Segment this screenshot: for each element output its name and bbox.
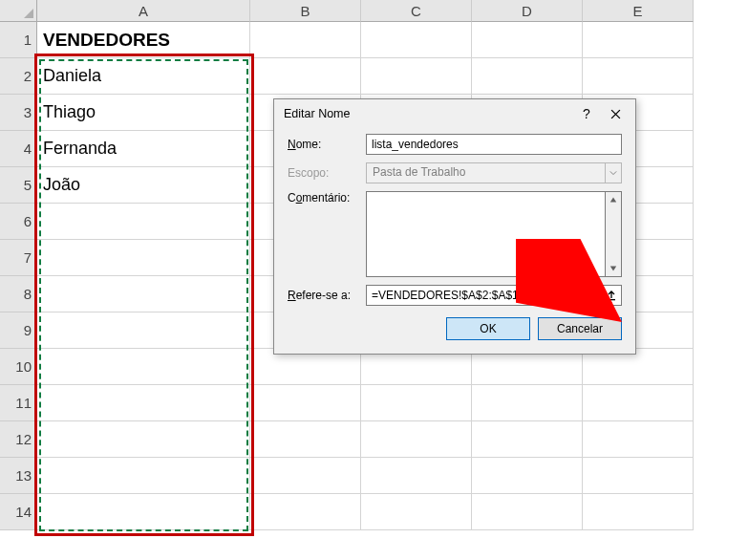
- cell-E11[interactable]: [583, 385, 694, 421]
- cell-E1[interactable]: [583, 22, 694, 58]
- svg-rect-0: [608, 299, 615, 300]
- cell-A5[interactable]: João: [37, 167, 250, 204]
- refers-to-input[interactable]: [366, 285, 598, 306]
- dialog-help-button[interactable]: ?: [572, 102, 601, 125]
- row-header-2[interactable]: 2: [0, 58, 37, 95]
- cell-C14[interactable]: [361, 494, 472, 530]
- cell-C11[interactable]: [361, 385, 472, 421]
- cell-A13[interactable]: [37, 458, 250, 494]
- row-header-9[interactable]: 9: [0, 312, 37, 349]
- row-header-12[interactable]: 12: [0, 421, 37, 458]
- cell-D11[interactable]: [472, 385, 583, 421]
- cell-A14[interactable]: [37, 494, 250, 530]
- cell-A7[interactable]: [37, 240, 250, 276]
- cell-C2[interactable]: [361, 58, 472, 95]
- scope-label: Escopo:: [288, 166, 366, 180]
- cell-E12[interactable]: [583, 421, 694, 458]
- row-header-7[interactable]: 7: [0, 240, 37, 276]
- row-header-13[interactable]: 13: [0, 458, 37, 494]
- cell-D1[interactable]: [472, 22, 583, 58]
- edit-name-dialog: Editar Nome ? Nome: Escopo: Pasta de Tra…: [273, 98, 636, 355]
- cell-B11[interactable]: [250, 385, 361, 421]
- row-header-3[interactable]: 3: [0, 95, 37, 131]
- column-header-D[interactable]: D: [472, 0, 583, 22]
- row-header-14[interactable]: 14: [0, 494, 37, 530]
- name-input[interactable]: [366, 134, 622, 155]
- column-header-E[interactable]: E: [583, 0, 694, 22]
- cell-A1[interactable]: VENDEDORES: [37, 22, 250, 58]
- row-header-6[interactable]: 6: [0, 204, 37, 240]
- scroll-down-icon: [609, 265, 617, 272]
- select-all-corner[interactable]: [0, 0, 37, 22]
- ok-button[interactable]: OK: [446, 317, 530, 340]
- cell-D14[interactable]: [472, 494, 583, 530]
- scroll-up-icon: [609, 196, 617, 204]
- cell-D2[interactable]: [472, 58, 583, 95]
- cell-A10[interactable]: [37, 349, 250, 385]
- cell-E2[interactable]: [583, 58, 694, 95]
- row-header-1[interactable]: 1: [0, 22, 37, 58]
- cell-D12[interactable]: [472, 421, 583, 458]
- row-header-8[interactable]: 8: [0, 276, 37, 312]
- cell-C13[interactable]: [361, 458, 472, 494]
- comment-label: Comentário:: [288, 191, 366, 205]
- cell-D13[interactable]: [472, 458, 583, 494]
- name-label: Nome:: [288, 138, 366, 151]
- cell-C1[interactable]: [361, 22, 472, 58]
- collapse-icon: [606, 290, 617, 301]
- cell-B13[interactable]: [250, 458, 361, 494]
- cell-A3[interactable]: Thiago: [37, 95, 250, 131]
- cell-C12[interactable]: [361, 421, 472, 458]
- row-header-11[interactable]: 11: [0, 385, 37, 421]
- refers-to-label: Refere-se a:: [288, 289, 366, 302]
- cell-B14[interactable]: [250, 494, 361, 530]
- row-header-10[interactable]: 10: [0, 349, 37, 385]
- dialog-close-button[interactable]: [601, 102, 630, 125]
- scope-combo-value: Pasta de Trabalho: [366, 162, 605, 183]
- comment-textarea[interactable]: [366, 191, 606, 277]
- column-header-A[interactable]: A: [37, 0, 250, 22]
- row-header-4[interactable]: 4: [0, 131, 37, 167]
- chevron-down-icon: [609, 169, 617, 177]
- cell-A2[interactable]: Daniela: [37, 58, 250, 95]
- comment-scrollbar[interactable]: [606, 191, 622, 277]
- cancel-button[interactable]: Cancelar: [538, 317, 622, 340]
- column-header-B[interactable]: B: [250, 0, 361, 22]
- cell-B1[interactable]: [250, 22, 361, 58]
- close-icon: [610, 109, 621, 119]
- cell-E13[interactable]: [583, 458, 694, 494]
- cell-B12[interactable]: [250, 421, 361, 458]
- cell-A9[interactable]: [37, 312, 250, 349]
- scope-combo-button: [605, 162, 622, 183]
- cell-E14[interactable]: [583, 494, 694, 530]
- column-header-C[interactable]: C: [361, 0, 472, 22]
- dialog-title: Editar Nome: [284, 107, 572, 120]
- collapse-dialog-button[interactable]: [601, 285, 622, 306]
- cell-A12[interactable]: [37, 421, 250, 458]
- row-header-5[interactable]: 5: [0, 167, 37, 204]
- cell-A4[interactable]: Fernanda: [37, 131, 250, 167]
- cell-A6[interactable]: [37, 204, 250, 240]
- cell-A8[interactable]: [37, 276, 250, 312]
- cell-B2[interactable]: [250, 58, 361, 95]
- cell-A11[interactable]: [37, 385, 250, 421]
